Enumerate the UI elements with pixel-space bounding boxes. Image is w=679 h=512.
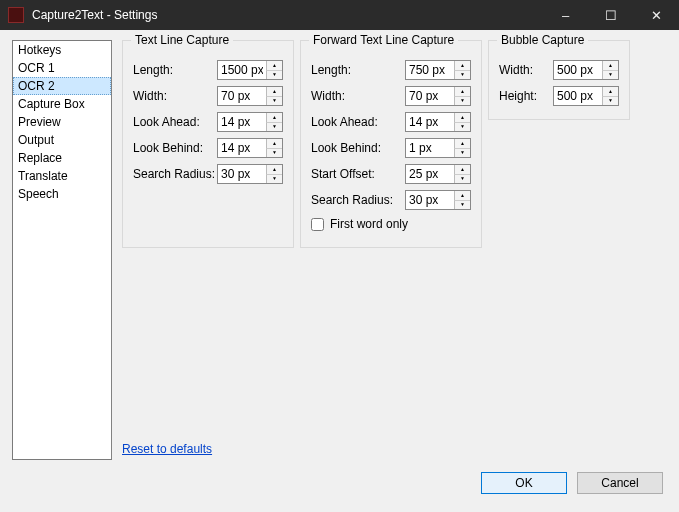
sidebar-item-hotkeys[interactable]: Hotkeys bbox=[13, 41, 111, 59]
bubble-height-input[interactable] bbox=[554, 87, 602, 105]
close-button[interactable]: ✕ bbox=[633, 0, 679, 30]
bubble-height-spinbox[interactable]: ▲▼ bbox=[553, 86, 619, 106]
look-ahead-spinbox-fwd[interactable]: ▲▼ bbox=[405, 112, 471, 132]
minimize-button[interactable]: – bbox=[543, 0, 588, 30]
look-behind-spinbox-fwd[interactable]: ▲▼ bbox=[405, 138, 471, 158]
look-ahead-input-fwd[interactable] bbox=[406, 113, 454, 131]
search-radius-label: Search Radius: bbox=[133, 167, 217, 181]
width-spinbox-fwd[interactable]: ▲▼ bbox=[405, 86, 471, 106]
search-radius-spinbox-fwd[interactable]: ▲▼ bbox=[405, 190, 471, 210]
width-spinbox[interactable]: ▲▼ bbox=[217, 86, 283, 106]
spin-up-icon[interactable]: ▲ bbox=[602, 87, 618, 97]
spin-down-icon[interactable]: ▼ bbox=[454, 71, 470, 80]
start-offset-input[interactable] bbox=[406, 165, 454, 183]
spin-down-icon[interactable]: ▼ bbox=[266, 97, 282, 106]
spin-down-icon[interactable]: ▼ bbox=[454, 201, 470, 210]
app-icon bbox=[8, 7, 24, 23]
length-spinbox-fwd[interactable]: ▲▼ bbox=[405, 60, 471, 80]
length-label: Length: bbox=[133, 63, 217, 77]
spin-down-icon[interactable]: ▼ bbox=[454, 123, 470, 132]
spin-up-icon[interactable]: ▲ bbox=[454, 165, 470, 175]
spin-up-icon[interactable]: ▲ bbox=[454, 87, 470, 97]
spin-down-icon[interactable]: ▼ bbox=[454, 149, 470, 158]
width-label: Width: bbox=[133, 89, 217, 103]
width-input-fwd[interactable] bbox=[406, 87, 454, 105]
length-spinbox[interactable]: ▲▼ bbox=[217, 60, 283, 80]
group-legend: Bubble Capture bbox=[497, 33, 588, 47]
spin-down-icon[interactable]: ▼ bbox=[602, 71, 618, 80]
spin-up-icon[interactable]: ▲ bbox=[266, 61, 282, 71]
search-radius-label-fwd: Search Radius: bbox=[311, 193, 405, 207]
sidebar-item-replace[interactable]: Replace bbox=[13, 149, 111, 167]
look-behind-spinbox[interactable]: ▲▼ bbox=[217, 138, 283, 158]
look-ahead-label-fwd: Look Ahead: bbox=[311, 115, 405, 129]
start-offset-spinbox[interactable]: ▲▼ bbox=[405, 164, 471, 184]
length-label-fwd: Length: bbox=[311, 63, 405, 77]
forward-text-line-capture-group: Forward Text Line Capture Length: ▲▼ Wid… bbox=[300, 40, 482, 248]
look-ahead-spinbox[interactable]: ▲▼ bbox=[217, 112, 283, 132]
spin-down-icon[interactable]: ▼ bbox=[266, 175, 282, 184]
spin-down-icon[interactable]: ▼ bbox=[266, 123, 282, 132]
look-ahead-label: Look Ahead: bbox=[133, 115, 217, 129]
bubble-width-spinbox[interactable]: ▲▼ bbox=[553, 60, 619, 80]
search-radius-spinbox[interactable]: ▲▼ bbox=[217, 164, 283, 184]
spin-up-icon[interactable]: ▲ bbox=[266, 87, 282, 97]
group-legend: Forward Text Line Capture bbox=[309, 33, 458, 47]
spin-up-icon[interactable]: ▲ bbox=[602, 61, 618, 71]
title-bar: Capture2Text - Settings – ☐ ✕ bbox=[0, 0, 679, 30]
spin-up-icon[interactable]: ▲ bbox=[454, 61, 470, 71]
settings-sidebar: Hotkeys OCR 1 OCR 2 Capture Box Preview … bbox=[12, 40, 112, 460]
sidebar-item-translate[interactable]: Translate bbox=[13, 167, 111, 185]
maximize-button[interactable]: ☐ bbox=[588, 0, 633, 30]
sidebar-item-output[interactable]: Output bbox=[13, 131, 111, 149]
look-behind-label-fwd: Look Behind: bbox=[311, 141, 405, 155]
spin-up-icon[interactable]: ▲ bbox=[454, 191, 470, 201]
spin-up-icon[interactable]: ▲ bbox=[266, 113, 282, 123]
spin-down-icon[interactable]: ▼ bbox=[454, 175, 470, 184]
cancel-button[interactable]: Cancel bbox=[577, 472, 663, 494]
sidebar-item-ocr2[interactable]: OCR 2 bbox=[13, 77, 111, 95]
spin-down-icon[interactable]: ▼ bbox=[454, 97, 470, 106]
first-word-only-label: First word only bbox=[330, 217, 408, 231]
bubble-width-input[interactable] bbox=[554, 61, 602, 79]
width-label-fwd: Width: bbox=[311, 89, 405, 103]
spin-down-icon[interactable]: ▼ bbox=[602, 97, 618, 106]
dialog-footer: OK Cancel bbox=[0, 466, 679, 504]
length-input[interactable] bbox=[218, 61, 266, 79]
bubble-width-label: Width: bbox=[499, 63, 553, 77]
bubble-height-label: Height: bbox=[499, 89, 553, 103]
sidebar-item-ocr1[interactable]: OCR 1 bbox=[13, 59, 111, 77]
bubble-capture-group: Bubble Capture Width: ▲▼ Height: ▲▼ bbox=[488, 40, 630, 120]
sidebar-item-capture-box[interactable]: Capture Box bbox=[13, 95, 111, 113]
spin-up-icon[interactable]: ▲ bbox=[266, 139, 282, 149]
look-behind-input[interactable] bbox=[218, 139, 266, 157]
search-radius-input[interactable] bbox=[218, 165, 266, 183]
sidebar-item-speech[interactable]: Speech bbox=[13, 185, 111, 203]
start-offset-label: Start Offset: bbox=[311, 167, 405, 181]
length-input-fwd[interactable] bbox=[406, 61, 454, 79]
ok-button[interactable]: OK bbox=[481, 472, 567, 494]
reset-to-defaults-link[interactable]: Reset to defaults bbox=[122, 442, 212, 456]
spin-down-icon[interactable]: ▼ bbox=[266, 149, 282, 158]
spin-up-icon[interactable]: ▲ bbox=[454, 113, 470, 123]
sidebar-item-preview[interactable]: Preview bbox=[13, 113, 111, 131]
search-radius-input-fwd[interactable] bbox=[406, 191, 454, 209]
spin-down-icon[interactable]: ▼ bbox=[266, 71, 282, 80]
first-word-only-checkbox[interactable] bbox=[311, 218, 324, 231]
window-title: Capture2Text - Settings bbox=[32, 8, 543, 22]
look-behind-label: Look Behind: bbox=[133, 141, 217, 155]
width-input[interactable] bbox=[218, 87, 266, 105]
text-line-capture-group: Text Line Capture Length: ▲▼ Width: ▲▼ bbox=[122, 40, 294, 248]
look-ahead-input[interactable] bbox=[218, 113, 266, 131]
spin-up-icon[interactable]: ▲ bbox=[266, 165, 282, 175]
spin-up-icon[interactable]: ▲ bbox=[454, 139, 470, 149]
look-behind-input-fwd[interactable] bbox=[406, 139, 454, 157]
group-legend: Text Line Capture bbox=[131, 33, 233, 47]
